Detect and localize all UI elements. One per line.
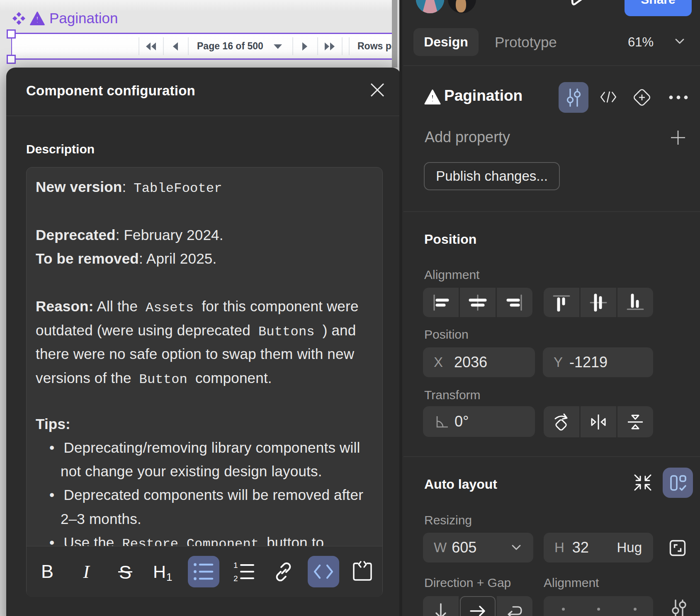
svg-text:1: 1 (233, 562, 238, 570)
svg-text:1: 1 (166, 571, 172, 582)
svg-text:2: 2 (233, 574, 238, 582)
svg-text:H: H (153, 562, 166, 582)
